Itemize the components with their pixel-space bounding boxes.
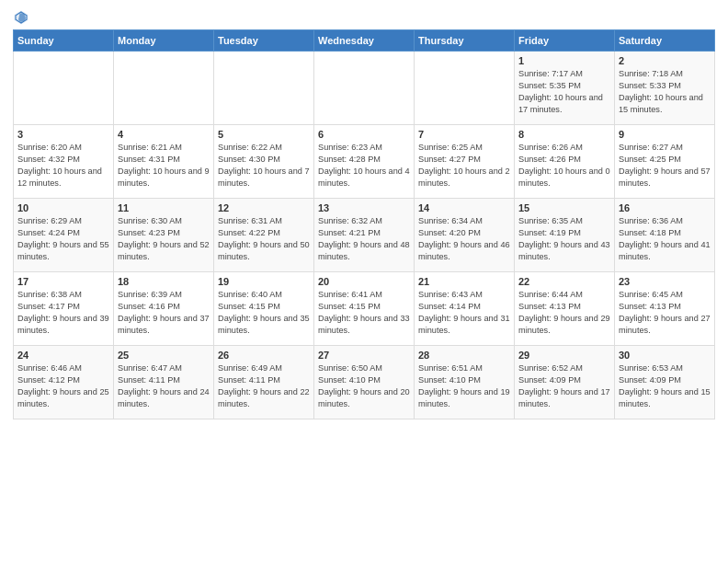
- calendar-cell: [114, 52, 214, 125]
- calendar-cell: 5Sunrise: 6:22 AM Sunset: 4:30 PM Daylig…: [214, 125, 314, 199]
- day-info: Sunrise: 6:40 AM Sunset: 4:15 PM Dayligh…: [218, 289, 310, 337]
- calendar-cell: 16Sunrise: 6:36 AM Sunset: 4:18 PM Dayli…: [615, 199, 715, 272]
- day-number: 18: [118, 276, 210, 287]
- day-info: Sunrise: 6:52 AM Sunset: 4:09 PM Dayligh…: [518, 362, 610, 410]
- day-info: Sunrise: 6:47 AM Sunset: 4:11 PM Dayligh…: [118, 362, 210, 410]
- calendar-cell: 18Sunrise: 6:39 AM Sunset: 4:16 PM Dayli…: [114, 272, 214, 346]
- col-header-thursday: Thursday: [415, 30, 515, 52]
- day-number: 4: [118, 129, 210, 140]
- col-header-wednesday: Wednesday: [314, 30, 415, 52]
- calendar-cell: 25Sunrise: 6:47 AM Sunset: 4:11 PM Dayli…: [114, 346, 214, 419]
- calendar-cell: 2Sunrise: 7:18 AM Sunset: 5:33 PM Daylig…: [615, 52, 715, 125]
- day-number: 12: [218, 202, 310, 213]
- col-header-monday: Monday: [114, 30, 214, 52]
- header-row: SundayMondayTuesdayWednesdayThursdayFrid…: [14, 30, 715, 52]
- day-info: Sunrise: 6:36 AM Sunset: 4:18 PM Dayligh…: [619, 215, 711, 263]
- calendar-cell: 14Sunrise: 6:34 AM Sunset: 4:20 PM Dayli…: [415, 199, 515, 272]
- day-info: Sunrise: 6:27 AM Sunset: 4:25 PM Dayligh…: [619, 142, 711, 190]
- calendar-cell: 12Sunrise: 6:31 AM Sunset: 4:22 PM Dayli…: [214, 199, 314, 272]
- day-number: 8: [518, 129, 610, 140]
- calendar-cell: 20Sunrise: 6:41 AM Sunset: 4:15 PM Dayli…: [314, 272, 415, 346]
- day-number: 26: [218, 350, 310, 361]
- day-info: Sunrise: 6:30 AM Sunset: 4:23 PM Dayligh…: [118, 215, 210, 263]
- calendar-cell: [214, 52, 314, 125]
- calendar-cell: 28Sunrise: 6:51 AM Sunset: 4:10 PM Dayli…: [415, 346, 515, 419]
- day-info: Sunrise: 6:45 AM Sunset: 4:13 PM Dayligh…: [619, 289, 711, 337]
- calendar-body: 1Sunrise: 7:17 AM Sunset: 5:35 PM Daylig…: [14, 52, 715, 419]
- calendar-cell: 13Sunrise: 6:32 AM Sunset: 4:21 PM Dayli…: [314, 199, 415, 272]
- day-number: 28: [418, 350, 510, 361]
- logo: [13, 9, 33, 26]
- col-header-saturday: Saturday: [615, 30, 715, 52]
- calendar-cell: 27Sunrise: 6:50 AM Sunset: 4:10 PM Dayli…: [314, 346, 415, 419]
- day-info: Sunrise: 6:23 AM Sunset: 4:28 PM Dayligh…: [318, 142, 410, 190]
- calendar-cell: [415, 52, 515, 125]
- calendar-cell: [14, 52, 114, 125]
- calendar-cell: 22Sunrise: 6:44 AM Sunset: 4:13 PM Dayli…: [515, 272, 615, 346]
- calendar-cell: [314, 52, 415, 125]
- day-info: Sunrise: 6:53 AM Sunset: 4:09 PM Dayligh…: [619, 362, 711, 410]
- day-number: 19: [218, 276, 310, 287]
- calendar-cell: 29Sunrise: 6:52 AM Sunset: 4:09 PM Dayli…: [515, 346, 615, 419]
- day-info: Sunrise: 6:39 AM Sunset: 4:16 PM Dayligh…: [118, 289, 210, 337]
- day-number: 10: [17, 202, 109, 213]
- day-number: 13: [318, 202, 410, 213]
- calendar-cell: 24Sunrise: 6:46 AM Sunset: 4:12 PM Dayli…: [14, 346, 114, 419]
- calendar-header: SundayMondayTuesdayWednesdayThursdayFrid…: [14, 30, 715, 52]
- day-number: 7: [418, 129, 510, 140]
- calendar-cell: 6Sunrise: 6:23 AM Sunset: 4:28 PM Daylig…: [314, 125, 415, 199]
- day-number: 27: [318, 350, 410, 361]
- day-info: Sunrise: 6:41 AM Sunset: 4:15 PM Dayligh…: [318, 289, 410, 337]
- day-number: 11: [118, 202, 210, 213]
- day-number: 16: [619, 202, 711, 213]
- col-header-sunday: Sunday: [14, 30, 114, 52]
- calendar-cell: 4Sunrise: 6:21 AM Sunset: 4:31 PM Daylig…: [114, 125, 214, 199]
- page-container: SundayMondayTuesdayWednesdayThursdayFrid…: [0, 0, 728, 425]
- day-number: 5: [218, 129, 310, 140]
- day-number: 24: [17, 350, 109, 361]
- logo-icon: [13, 9, 29, 26]
- calendar-cell: 26Sunrise: 6:49 AM Sunset: 4:11 PM Dayli…: [214, 346, 314, 419]
- col-header-friday: Friday: [515, 30, 615, 52]
- day-info: Sunrise: 6:20 AM Sunset: 4:32 PM Dayligh…: [17, 142, 109, 190]
- header: [13, 9, 715, 26]
- day-number: 6: [318, 129, 410, 140]
- calendar-cell: 23Sunrise: 6:45 AM Sunset: 4:13 PM Dayli…: [615, 272, 715, 346]
- week-row-4: 17Sunrise: 6:38 AM Sunset: 4:17 PM Dayli…: [14, 272, 715, 346]
- calendar-cell: 19Sunrise: 6:40 AM Sunset: 4:15 PM Dayli…: [214, 272, 314, 346]
- calendar-cell: 9Sunrise: 6:27 AM Sunset: 4:25 PM Daylig…: [615, 125, 715, 199]
- day-number: 2: [619, 55, 711, 66]
- week-row-3: 10Sunrise: 6:29 AM Sunset: 4:24 PM Dayli…: [14, 199, 715, 272]
- day-info: Sunrise: 6:21 AM Sunset: 4:31 PM Dayligh…: [118, 142, 210, 190]
- day-info: Sunrise: 6:34 AM Sunset: 4:20 PM Dayligh…: [418, 215, 510, 263]
- day-info: Sunrise: 6:31 AM Sunset: 4:22 PM Dayligh…: [218, 215, 310, 263]
- day-info: Sunrise: 6:32 AM Sunset: 4:21 PM Dayligh…: [318, 215, 410, 263]
- day-info: Sunrise: 6:44 AM Sunset: 4:13 PM Dayligh…: [518, 289, 610, 337]
- col-header-tuesday: Tuesday: [214, 30, 314, 52]
- day-number: 15: [518, 202, 610, 213]
- day-number: 20: [318, 276, 410, 287]
- calendar-table: SundayMondayTuesdayWednesdayThursdayFrid…: [13, 29, 715, 419]
- day-info: Sunrise: 6:22 AM Sunset: 4:30 PM Dayligh…: [218, 142, 310, 190]
- calendar-cell: 11Sunrise: 6:30 AM Sunset: 4:23 PM Dayli…: [114, 199, 214, 272]
- day-number: 1: [518, 55, 610, 66]
- day-number: 29: [518, 350, 610, 361]
- calendar-cell: 3Sunrise: 6:20 AM Sunset: 4:32 PM Daylig…: [14, 125, 114, 199]
- day-info: Sunrise: 6:50 AM Sunset: 4:10 PM Dayligh…: [318, 362, 410, 410]
- day-number: 30: [619, 350, 711, 361]
- day-info: Sunrise: 7:18 AM Sunset: 5:33 PM Dayligh…: [619, 68, 711, 116]
- day-info: Sunrise: 6:43 AM Sunset: 4:14 PM Dayligh…: [418, 289, 510, 337]
- day-info: Sunrise: 6:35 AM Sunset: 4:19 PM Dayligh…: [518, 215, 610, 263]
- week-row-2: 3Sunrise: 6:20 AM Sunset: 4:32 PM Daylig…: [14, 125, 715, 199]
- day-number: 21: [418, 276, 510, 287]
- day-number: 17: [17, 276, 109, 287]
- calendar-cell: 7Sunrise: 6:25 AM Sunset: 4:27 PM Daylig…: [415, 125, 515, 199]
- calendar-cell: 15Sunrise: 6:35 AM Sunset: 4:19 PM Dayli…: [515, 199, 615, 272]
- calendar-cell: 1Sunrise: 7:17 AM Sunset: 5:35 PM Daylig…: [515, 52, 615, 125]
- day-number: 3: [17, 129, 109, 140]
- day-number: 23: [619, 276, 711, 287]
- calendar-cell: 10Sunrise: 6:29 AM Sunset: 4:24 PM Dayli…: [14, 199, 114, 272]
- calendar-cell: 17Sunrise: 6:38 AM Sunset: 4:17 PM Dayli…: [14, 272, 114, 346]
- day-number: 9: [619, 129, 711, 140]
- calendar-cell: 30Sunrise: 6:53 AM Sunset: 4:09 PM Dayli…: [615, 346, 715, 419]
